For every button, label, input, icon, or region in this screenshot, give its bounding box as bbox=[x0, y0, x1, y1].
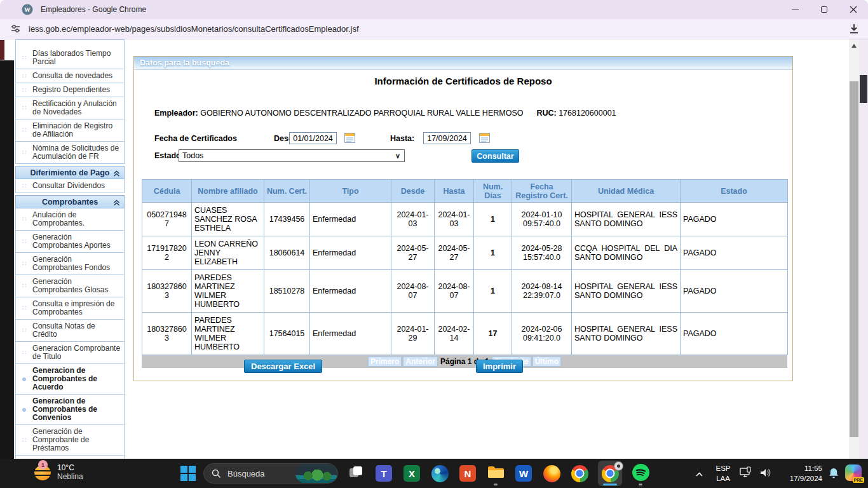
clock-time: 11:55 bbox=[780, 463, 822, 473]
weather-widget[interactable]: 1 10°C Neblina bbox=[33, 463, 83, 482]
hasta-input[interactable] bbox=[423, 132, 471, 144]
sidebar-item[interactable]: ∷Rectificación y Anulación de Novedades bbox=[15, 97, 125, 119]
maximize-button[interactable] bbox=[810, 0, 839, 19]
calendar-icon-hasta[interactable] bbox=[479, 133, 490, 143]
copilot-icon[interactable]: PRE bbox=[845, 464, 862, 481]
sidebar-item[interactable]: ∷Consultar Dividendos bbox=[15, 179, 125, 193]
sidebar-item[interactable]: ∷Generacion Comprobante de Titulo bbox=[15, 342, 125, 364]
calendar-icon-desde[interactable] bbox=[344, 133, 355, 143]
close-button[interactable] bbox=[839, 0, 868, 19]
app-icon-spotify[interactable] bbox=[631, 461, 650, 486]
cell: 2024-01-29 bbox=[391, 313, 435, 355]
language-indicator[interactable]: ESP LAA bbox=[712, 463, 735, 484]
running-indicator bbox=[603, 484, 617, 485]
pagination-primero-button[interactable]: Primero bbox=[368, 356, 402, 367]
sidebar-item-label: Anulación de Comprobantes. bbox=[32, 211, 121, 227]
tray-overflow-chevron[interactable] bbox=[695, 468, 703, 480]
outer-scrollbar[interactable] bbox=[859, 39, 868, 459]
sidebar-item[interactable]: ∷Generación Comprobantes Glosas bbox=[15, 275, 125, 297]
grip-icon: ∷ bbox=[16, 105, 32, 111]
sidebar-item[interactable]: ∷Generación Comprobantes Aportes bbox=[15, 231, 125, 253]
table-row: 1803278603PAREDES MARTINEZ WILMER HUMBER… bbox=[142, 270, 788, 313]
language-line1: ESP bbox=[712, 463, 735, 473]
descargar-excel-button[interactable]: Descargar Excel bbox=[244, 360, 322, 373]
sidebar-item[interactable]: Generacion de Comprobantes de Acuerdo bbox=[15, 364, 125, 395]
volume-icon[interactable] bbox=[759, 467, 773, 481]
pagination-bar: Primero Anterior Página 1 de 1 Siguiente… bbox=[142, 355, 787, 368]
cell: 1719178202 bbox=[142, 236, 192, 270]
sidebar-item[interactable]: ∷Eliminación de Registro de Afiliación bbox=[15, 119, 125, 142]
collapse-chevrons-icon[interactable] bbox=[113, 198, 120, 209]
window-titlebar[interactable]: W Empleadores - Google Chrome bbox=[0, 0, 868, 19]
sidebar-item[interactable]: ∷Consulta Notas de Crédito bbox=[15, 320, 125, 342]
cell: 1803278603 bbox=[142, 270, 192, 313]
app-icon-edge[interactable] bbox=[430, 461, 449, 486]
pagination-ultimo-button[interactable]: Último bbox=[532, 356, 561, 367]
cell: 1 bbox=[474, 236, 512, 270]
consultar-button[interactable]: Consultar bbox=[471, 149, 519, 163]
search-highlight-image[interactable] bbox=[295, 463, 337, 484]
sidebar-item-label: Generación Comprobantes Glosas bbox=[32, 278, 121, 294]
column-header: Hasta bbox=[435, 180, 474, 203]
sidebar-menu: ∷ Avisos de Entrada ∷Días laborados Tiem… bbox=[15, 39, 125, 459]
ruc-value: 1768120600001 bbox=[559, 109, 616, 118]
site-settings-icon[interactable] bbox=[10, 24, 21, 34]
cell: HOSPITAL GENERAL IESS SANTO DOMINGO bbox=[572, 203, 681, 236]
outer-scrollbar-thumb[interactable] bbox=[860, 75, 867, 103]
network-icon[interactable] bbox=[739, 466, 753, 482]
download-icon[interactable] bbox=[848, 22, 860, 37]
sidebar-item-label: Eliminación de Registro de Afiliación bbox=[32, 122, 121, 139]
excel-glyph: X bbox=[403, 465, 420, 482]
app-icon-chrome-active[interactable] bbox=[598, 461, 622, 486]
sidebar-item[interactable]: Generacion de Comprobantes de Convenios bbox=[15, 395, 125, 425]
search-placeholder: Búsqueda bbox=[227, 469, 295, 478]
sidebar-item-label: Consulta e impresión de Comprobantes bbox=[32, 300, 121, 316]
app-icon-chrome[interactable] bbox=[570, 461, 589, 486]
sidebar-item-clipped[interactable]: ∷ Avisos de Entrada bbox=[15, 39, 125, 47]
sidebar-item[interactable]: ∷Registro Dependientes bbox=[15, 83, 125, 97]
sidebar-item[interactable]: ∷Nómina de Solicitudes de Acumulación de… bbox=[15, 142, 125, 164]
chrome-glyph bbox=[571, 465, 588, 482]
sidebar-item[interactable]: ∷Días laborados Tiempo Parcial bbox=[15, 47, 125, 69]
sidebar-item[interactable]: ∷Generación Comprobantes Fondos bbox=[15, 253, 125, 275]
cell: Enfermedad bbox=[310, 236, 391, 270]
desde-input[interactable] bbox=[289, 132, 337, 144]
sidebar-item[interactable]: ∷Generación de Comprobante de Préstamos bbox=[15, 425, 125, 456]
clock[interactable]: 11:55 17/9/2024 bbox=[780, 463, 822, 484]
app-icon-file-explorer[interactable] bbox=[486, 461, 505, 486]
scroll-up-icon[interactable] bbox=[851, 44, 857, 48]
taskbar-search[interactable]: Búsqueda bbox=[203, 463, 338, 484]
url-text[interactable]: iess.gob.ec/empleador-web/pages/subsidio… bbox=[29, 24, 359, 34]
empleador-label: Empleador: bbox=[154, 109, 198, 118]
sidebar-item[interactable]: ∷Consulta e impresión de Comprobantes bbox=[15, 297, 125, 320]
pagination-anterior-button[interactable]: Anterior bbox=[403, 356, 438, 367]
notification-bell-icon[interactable] bbox=[828, 467, 839, 482]
panel-header-label: Datos para la búsqueda bbox=[140, 58, 229, 67]
cell: Enfermedad bbox=[310, 203, 391, 236]
estado-select[interactable]: Todos ∨ bbox=[179, 149, 405, 162]
chevron-down-icon: ∨ bbox=[395, 152, 400, 160]
inner-scrollbar[interactable] bbox=[849, 39, 859, 459]
sidebar-section-header[interactable]: Comprobantes bbox=[15, 195, 125, 208]
address-bar[interactable]: iess.gob.ec/empleador-web/pages/subsidio… bbox=[0, 19, 868, 39]
imprimir-button[interactable]: Imprimir bbox=[476, 360, 523, 373]
grip-icon: ∷ bbox=[16, 183, 32, 189]
app-icon-firefox[interactable] bbox=[542, 461, 561, 486]
minimize-icon bbox=[792, 10, 799, 10]
sidebar-section-header[interactable]: Diferimiento de Pago bbox=[15, 166, 125, 179]
app-icon-teams[interactable]: T bbox=[374, 461, 393, 486]
fecha-certificados-label: Fecha de Certificados bbox=[154, 134, 237, 143]
column-header: Num. Cert. bbox=[264, 180, 310, 203]
minimize-button[interactable] bbox=[780, 0, 810, 19]
app-icon-task-view[interactable] bbox=[346, 461, 365, 486]
collapse-chevrons-icon[interactable] bbox=[113, 168, 120, 180]
start-button[interactable] bbox=[180, 466, 196, 481]
app-icon-excel[interactable]: X bbox=[402, 461, 421, 486]
cell: LEON CARREÑO JENNY ELIZABETH bbox=[192, 236, 264, 270]
app-icon-nitro-pdf[interactable]: N bbox=[458, 461, 477, 486]
weather-condition: Neblina bbox=[57, 472, 83, 481]
sidebar-item[interactable]: ∷Consulta de novedades bbox=[15, 69, 125, 83]
app-icon-word[interactable]: W bbox=[514, 461, 533, 486]
inner-scrollbar-thumb[interactable] bbox=[850, 81, 858, 437]
sidebar-item[interactable]: ∷Anulación de Comprobantes. bbox=[15, 208, 125, 231]
